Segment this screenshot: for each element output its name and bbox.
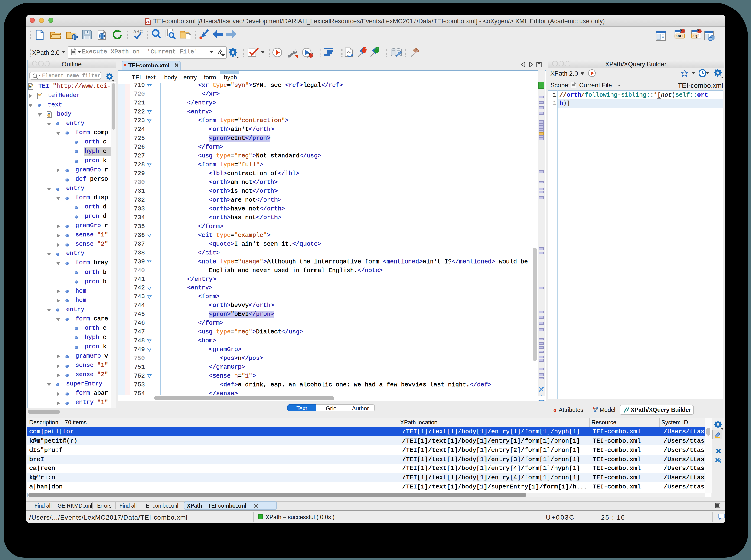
svg-text:<>: <> bbox=[145, 20, 149, 24]
svg-text:XSLT: XSLT bbox=[675, 34, 684, 38]
svg-text:a: a bbox=[554, 407, 557, 413]
svg-text:XQ: XQ bbox=[692, 34, 697, 38]
svg-text:<>: <> bbox=[347, 50, 351, 54]
